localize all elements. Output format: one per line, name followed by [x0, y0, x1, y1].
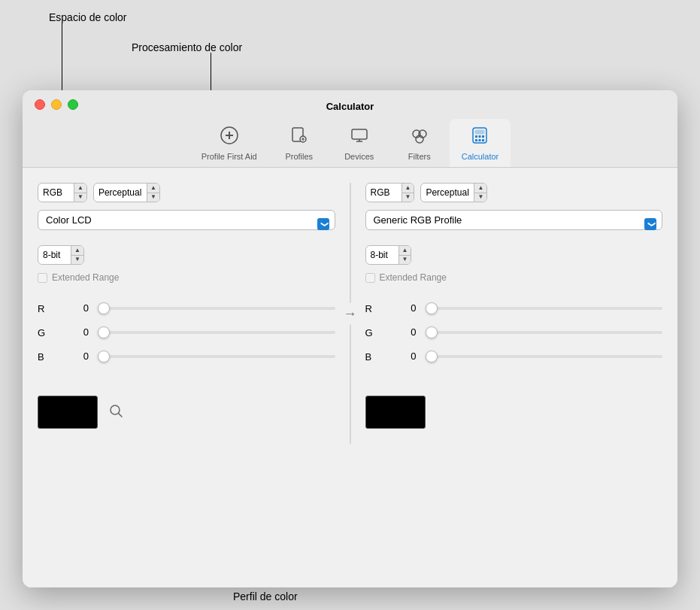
right-b-label: B [365, 351, 376, 363]
left-profile-dropdown[interactable]: Color LCD Generic RGB Profile [38, 210, 335, 230]
toolbar-item-devices[interactable]: Devices [329, 119, 389, 167]
right-rendering-intent-down[interactable]: ▼ [474, 193, 486, 202]
left-rendering-intent-dropdown[interactable]: Perceptual Relative Saturation Absolute [94, 186, 147, 199]
right-rendering-intent-stepper: ▲ ▼ [474, 184, 486, 202]
right-color-preview[interactable] [365, 396, 426, 429]
fullscreen-button[interactable] [68, 99, 78, 110]
left-search-button[interactable] [105, 400, 126, 425]
svg-rect-15 [475, 135, 477, 138]
right-rendering-intent-select[interactable]: Perceptual Relative Saturation Absolute … [420, 183, 487, 202]
left-rendering-intent-up[interactable]: ▲ [147, 184, 159, 193]
minimize-button[interactable] [51, 99, 62, 110]
right-extended-range-row: Extended Range [365, 272, 663, 283]
right-bit-depth-select[interactable]: 8-bit 16-bit 32-bit ▲ ▼ [365, 245, 412, 265]
right-r-slider[interactable] [426, 307, 663, 310]
left-r-row: R [38, 301, 335, 316]
left-g-row: G [38, 325, 335, 340]
right-bit-depth-up[interactable]: ▲ [399, 246, 411, 256]
right-bit-depth-dropdown[interactable]: 8-bit 16-bit 32-bit [366, 248, 398, 262]
svg-rect-18 [475, 139, 477, 141]
toolbar-item-filters[interactable]: Filters [389, 119, 450, 167]
right-profile-dropdown[interactable]: Generic RGB Profile Color LCD [365, 210, 663, 230]
toolbar-item-profile-first-aid[interactable]: Profile First Aid [189, 119, 269, 167]
close-button[interactable] [35, 99, 45, 110]
left-extended-range-label: Extended Range [52, 272, 119, 283]
right-bit-depth-row: 8-bit 16-bit 32-bit ▲ ▼ [365, 245, 663, 265]
titlebar: Calculator Profile First Aid [23, 90, 677, 168]
left-color-space-dropdown[interactable]: RGB CMYK Gray Lab [38, 186, 74, 199]
left-rendering-intent-down[interactable]: ▼ [147, 193, 159, 202]
conversion-arrow: → [341, 302, 360, 324]
left-bit-depth-down[interactable]: ▼ [71, 256, 83, 265]
right-b-row: B [365, 349, 663, 364]
left-color-space-up[interactable]: ▲ [74, 184, 86, 193]
right-g-slider[interactable] [426, 331, 663, 334]
calculator-window: Calculator Profile First Aid [23, 90, 677, 587]
left-color-space-down[interactable]: ▼ [74, 193, 86, 202]
right-r-label: R [365, 303, 376, 314]
toolbar-label-profile-first-aid: Profile First Aid [202, 152, 257, 161]
annotation-procesamiento: Procesamiento de color [132, 41, 242, 53]
profiles-icon [289, 125, 310, 149]
left-rendering-intent-select[interactable]: Perceptual Relative Saturation Absolute … [93, 183, 160, 202]
toolbar-label-devices: Devices [344, 152, 374, 161]
left-bit-depth-stepper: ▲ ▼ [71, 246, 83, 264]
left-top-row: RGB CMYK Gray Lab ▲ ▼ Perceptual [38, 183, 335, 202]
toolbar-item-calculator[interactable]: Calculator [450, 119, 511, 167]
left-g-input[interactable] [54, 325, 92, 340]
right-color-space-down[interactable]: ▼ [402, 193, 414, 202]
window-title: Calculator [326, 101, 374, 112]
left-g-slider[interactable] [98, 331, 335, 334]
profile-first-aid-icon [219, 125, 240, 149]
left-color-space-select[interactable]: RGB CMYK Gray Lab ▲ ▼ [38, 183, 87, 202]
annotation-perfil: Perfil de color [233, 590, 298, 602]
filters-icon [409, 125, 430, 149]
left-extended-range-row: Extended Range [38, 272, 335, 283]
left-rendering-intent-stepper: ▲ ▼ [147, 184, 159, 202]
right-b-input[interactable] [382, 349, 420, 364]
right-g-row: G [365, 325, 663, 340]
right-g-label: G [365, 327, 376, 338]
right-color-space-dropdown[interactable]: RGB CMYK Gray Lab [366, 186, 402, 199]
left-b-input[interactable] [54, 349, 92, 364]
toolbar-item-profiles[interactable]: Profiles [269, 119, 329, 167]
right-bit-depth-down[interactable]: ▼ [399, 256, 411, 265]
left-bit-depth-dropdown[interactable]: 8-bit 16-bit 32-bit [38, 248, 71, 262]
right-bottom-row [365, 396, 663, 429]
left-b-label: B [38, 351, 48, 363]
left-bit-depth-row: 8-bit 16-bit 32-bit ▲ ▼ [38, 245, 335, 265]
left-r-label: R [38, 303, 48, 314]
left-extended-range-checkbox[interactable] [38, 273, 47, 283]
left-panel: RGB CMYK Gray Lab ▲ ▼ Perceptual [38, 183, 350, 444]
left-b-row: B [38, 349, 335, 364]
right-rendering-intent-up[interactable]: ▲ [474, 184, 486, 193]
calculator-icon [469, 125, 490, 149]
right-b-slider[interactable] [426, 355, 663, 358]
right-extended-range-checkbox[interactable] [365, 273, 375, 283]
left-profile-wrapper: Color LCD Generic RGB Profile [38, 210, 335, 238]
toolbar-label-profiles: Profiles [285, 152, 313, 161]
svg-rect-16 [479, 135, 481, 138]
right-color-space-select[interactable]: RGB CMYK Gray Lab ▲ ▼ [365, 183, 415, 202]
svg-rect-7 [352, 129, 367, 139]
left-bit-depth-select[interactable]: 8-bit 16-bit 32-bit ▲ ▼ [38, 245, 84, 265]
two-panels: RGB CMYK Gray Lab ▲ ▼ Perceptual [38, 183, 662, 444]
left-g-label: G [38, 327, 48, 338]
right-color-space-stepper: ▲ ▼ [402, 184, 414, 202]
left-bit-depth-up[interactable]: ▲ [71, 246, 83, 256]
right-color-space-up[interactable]: ▲ [402, 184, 414, 193]
right-r-row: R [365, 301, 663, 316]
left-r-input[interactable] [54, 301, 92, 316]
right-g-input[interactable] [382, 325, 420, 340]
right-r-input[interactable] [382, 301, 420, 316]
svg-rect-19 [479, 139, 481, 141]
left-r-slider[interactable] [98, 307, 335, 310]
right-panel: RGB CMYK Gray Lab ▲ ▼ Perceptual [350, 183, 663, 444]
right-extended-range-label: Extended Range [380, 272, 447, 283]
toolbar-label-calculator: Calculator [462, 152, 499, 161]
left-b-slider[interactable] [98, 355, 335, 358]
content-area: RGB CMYK Gray Lab ▲ ▼ Perceptual [23, 168, 677, 587]
svg-rect-17 [482, 135, 484, 138]
left-color-preview[interactable] [38, 396, 98, 429]
right-rendering-intent-dropdown[interactable]: Perceptual Relative Saturation Absolute [421, 186, 474, 199]
